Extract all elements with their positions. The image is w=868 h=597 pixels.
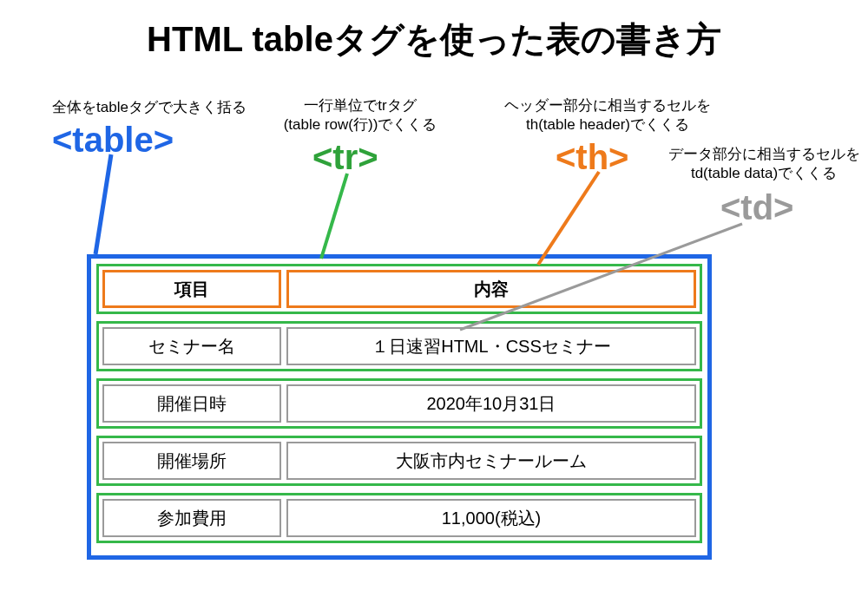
anno-table-tag: <table> [52, 117, 174, 162]
table-row: セミナー名 １日速習HTML・CSSセミナー [96, 321, 702, 371]
td-cell: 開催日時 [102, 384, 281, 423]
page-title: HTML tableタグを使った表の書き方 [0, 0, 868, 63]
th-cell-col2: 内容 [286, 270, 696, 308]
diagram-area: 全体をtableタグで大きく括る <table> 一行単位でtrタグ (tabl… [0, 63, 868, 597]
td-cell: 大阪市内セミナールーム [286, 442, 696, 480]
td-cell: 11,000(税込) [286, 499, 696, 537]
anno-th-tag: <th> [556, 134, 628, 180]
anno-td-tag: <td> [720, 185, 793, 230]
table-row: 開催場所 大阪市内セミナールーム [96, 436, 702, 486]
td-cell: 参加費用 [102, 499, 281, 537]
anno-td-desc1: データ部分に相当するセルを [668, 146, 860, 162]
th-cell-col1: 項目 [102, 270, 281, 308]
td-cell: １日速習HTML・CSSセミナー [286, 327, 696, 365]
td-cell: 2020年10月31日 [286, 384, 696, 423]
table-header-row: 項目 内容 [96, 264, 702, 314]
anno-th-desc1: ヘッダー部分に相当するセルを [504, 97, 711, 114]
td-cell: セミナー名 [102, 327, 281, 365]
anno-tr-desc2: (table row(行))でくくる [284, 116, 437, 133]
anno-th-desc2: th(table header)でくくる [526, 116, 689, 133]
table-row: 参加費用 11,000(税込) [96, 493, 702, 543]
anno-table-desc: 全体をtableタグで大きく括る [52, 98, 247, 117]
anno-tr-desc1: 一行単位でtrタグ [304, 97, 416, 114]
anno-tr-tag: <tr> [312, 134, 378, 180]
table-row: 開催日時 2020年10月31日 [96, 378, 702, 429]
td-cell: 開催場所 [102, 442, 281, 480]
anno-td-desc2: td(table data)でくくる [691, 165, 837, 181]
table-outline: 項目 内容 セミナー名 １日速習HTML・CSSセミナー 開催日時 2020年1… [87, 254, 712, 560]
